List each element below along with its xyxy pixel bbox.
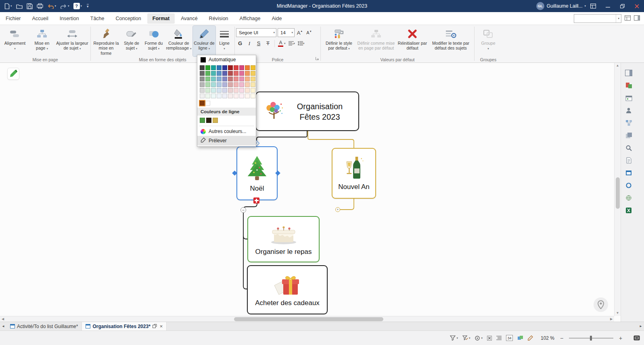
tab-aide[interactable]: Aide [266, 13, 287, 24]
user-avatar[interactable]: GL [536, 2, 544, 10]
search-icon[interactable] [624, 143, 633, 152]
color-swatch[interactable] [228, 71, 233, 76]
help-button[interactable]: ? ▾ [72, 1, 84, 11]
tab-avance[interactable]: Avancé [176, 13, 203, 24]
resources-icon[interactable] [624, 106, 633, 115]
color-swatch[interactable] [245, 65, 250, 70]
color-swatch[interactable] [222, 88, 227, 93]
strikethrough-button[interactable]: T [264, 39, 272, 48]
color-swatch[interactable] [234, 88, 238, 93]
color-swatch[interactable] [251, 94, 255, 98]
group-button[interactable]: Groupe▾ [476, 26, 501, 56]
color-swatch[interactable] [239, 65, 244, 70]
color-swatch[interactable] [205, 88, 210, 93]
tab-insertion[interactable]: Insertion [54, 13, 84, 24]
custom-color-swatch[interactable] [205, 101, 210, 106]
alignement-button[interactable]: Alignement▾ [1, 26, 29, 56]
color-swatch[interactable] [245, 71, 250, 76]
color-swatch[interactable] [228, 82, 233, 87]
index-panel-icon[interactable] [624, 69, 633, 77]
line-color-swatch[interactable] [206, 118, 211, 123]
color-swatch[interactable] [234, 82, 238, 87]
color-swatch[interactable] [217, 71, 222, 76]
color-swatch[interactable] [200, 65, 205, 70]
topic-shape-button[interactable]: Forme du sujet ▾ [143, 26, 165, 56]
save-button[interactable] [25, 1, 34, 11]
zoom-out-button[interactable]: − [559, 335, 565, 341]
notes-icon[interactable] [624, 156, 633, 165]
color-swatch[interactable] [205, 65, 210, 70]
grow-font-button[interactable]: A▲ [296, 29, 304, 37]
tab-fichier[interactable]: Fichier [0, 13, 26, 24]
topic-style-button[interactable]: Style de sujet ▾ [120, 26, 143, 56]
topic-central[interactable]: Organisation Fêtes 2023 [255, 91, 359, 131]
ribbon-display-button[interactable] [586, 0, 600, 12]
map-index-icon[interactable] [625, 15, 631, 22]
color-swatch[interactable] [251, 88, 255, 93]
customize-qat-button[interactable]: ▾ [85, 1, 90, 11]
color-swatch[interactable] [228, 88, 233, 93]
doc-tab-organisation[interactable]: Organisation Fêtes 2023* × [82, 322, 167, 330]
pick-color-item[interactable]: Prélever [197, 136, 256, 145]
topic-cadeaux[interactable]: Acheter des cadeaux [247, 265, 328, 314]
color-swatch[interactable] [222, 82, 227, 87]
flag-marker-icon[interactable] [253, 197, 259, 204]
set-default-layout-button[interactable]: Définir comme mise en page par défaut [356, 26, 396, 56]
color-swatch[interactable] [217, 94, 222, 98]
shrink-font-button[interactable]: A▼ [305, 29, 313, 37]
tab-scroll-right[interactable]: ► [638, 322, 644, 330]
color-swatch[interactable] [245, 77, 250, 81]
tab-affichage[interactable]: Affichage [234, 13, 266, 24]
font-family-select[interactable]: Segoe UI ▾ [236, 28, 276, 37]
horizontal-scrollbar[interactable]: ◀ ▶ [0, 316, 614, 322]
map-canvas[interactable]: Organisation Fêtes 2023 Noël + − Nouvel … [0, 63, 621, 322]
color-swatch[interactable] [222, 71, 227, 76]
color-swatch[interactable] [234, 65, 238, 70]
number-badge[interactable]: 34 [506, 335, 513, 341]
zoom-in-button[interactable]: + [618, 335, 623, 341]
color-swatch[interactable] [200, 94, 205, 98]
vertical-scroll-thumb[interactable] [616, 177, 620, 209]
color-swatch[interactable] [211, 65, 216, 70]
minimize-button[interactable] [600, 0, 615, 12]
redo-button[interactable]: ▾ [59, 1, 71, 11]
line-color-swatch[interactable] [200, 118, 205, 123]
calendar-icon[interactable] [624, 94, 633, 102]
set-default-style-button[interactable]: Définir le style par defaut ▾ [322, 26, 356, 56]
line-color-swatch[interactable] [213, 118, 218, 123]
tab-conception[interactable]: Conception [111, 13, 146, 24]
color-swatch[interactable] [211, 88, 216, 93]
color-swatch[interactable] [245, 82, 250, 87]
line-style-button[interactable]: Ligne▾ [215, 26, 233, 56]
tab-scroll-left[interactable]: ◄ [0, 322, 6, 330]
color-swatch[interactable] [200, 77, 205, 81]
sync-ring-icon[interactable] [624, 181, 633, 190]
fill-color-button[interactable]: Couleur de remplissage ▾ [165, 26, 193, 56]
more-colors-item[interactable]: Autres couleurs... [197, 127, 256, 136]
color-swatch[interactable] [200, 88, 205, 93]
scroll-down-arrow[interactable]: ▼ [615, 310, 621, 316]
user-name[interactable]: Guillaume Laill... [547, 3, 583, 9]
color-swatch[interactable] [217, 88, 222, 93]
panel-toggle-icon[interactable] [634, 15, 640, 22]
color-swatch[interactable] [200, 71, 205, 76]
map-position-button[interactable] [594, 297, 608, 312]
color-swatch[interactable] [222, 77, 227, 81]
color-swatch[interactable] [251, 71, 255, 76]
color-swatch[interactable] [239, 77, 244, 81]
color-swatch[interactable] [222, 65, 227, 70]
police-dialog-launcher[interactable] [315, 55, 319, 62]
text-align-button[interactable]: ▾ [288, 39, 296, 48]
color-swatch[interactable] [251, 65, 255, 70]
new-document-button[interactable]: ▾ [3, 1, 13, 11]
automatic-color-item[interactable]: Automatique [197, 55, 256, 64]
font-color-button[interactable]: A ▾ [277, 39, 286, 48]
map-markers-icon[interactable] [624, 81, 633, 90]
mise-en-page-button[interactable]: Mise en page ▾ [29, 26, 55, 56]
color-swatch[interactable] [228, 94, 233, 98]
task-panel-icon[interactable] [624, 168, 633, 177]
color-swatch[interactable] [251, 82, 255, 87]
italic-button[interactable]: I [245, 39, 253, 48]
advanced-filter-button[interactable]: ▾ [462, 335, 470, 341]
color-swatch[interactable] [217, 82, 222, 87]
